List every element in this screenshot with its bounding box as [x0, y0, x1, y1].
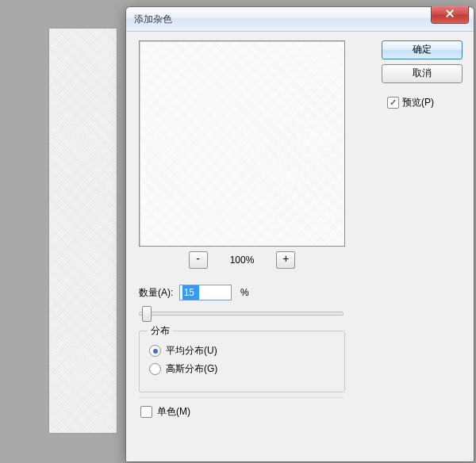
cancel-button[interactable]: 取消	[382, 64, 463, 83]
amount-slider[interactable]	[139, 305, 344, 320]
radio-uniform[interactable]	[149, 345, 161, 357]
preview-checkbox[interactable]	[387, 97, 399, 109]
radio-gaussian[interactable]	[149, 363, 161, 375]
radio-uniform-label: 平均分布(U)	[166, 344, 217, 358]
distribution-option-uniform[interactable]: 平均分布(U)	[149, 344, 344, 358]
dialog-body: - 100% + 确定 取消 预览(P) 数量(A): 15 % 分布	[126, 31, 474, 461]
slider-track	[139, 312, 344, 316]
distribution-legend: 分布	[148, 324, 173, 338]
zoom-value: 100%	[210, 254, 274, 266]
canvas-document	[49, 29, 117, 433]
zoom-out-button[interactable]: -	[189, 251, 208, 269]
titlebar[interactable]: 添加杂色	[126, 7, 474, 32]
distribution-fieldset: 分布 平均分布(U) 高斯分布(G)	[139, 331, 345, 392]
monochrome-row[interactable]: 单色(M)	[140, 405, 190, 419]
dialog-title: 添加杂色	[134, 13, 172, 26]
monochrome-label: 单色(M)	[157, 405, 190, 419]
monochrome-checkbox[interactable]	[140, 406, 152, 418]
close-button[interactable]	[431, 6, 469, 24]
close-icon	[446, 10, 454, 17]
zoom-in-button[interactable]: +	[276, 251, 295, 269]
ok-button[interactable]: 确定	[382, 40, 463, 59]
zoom-controls: - 100% +	[139, 251, 345, 270]
amount-value: 15	[182, 285, 199, 300]
preview-checkbox-label: 预览(P)	[402, 96, 434, 109]
preview-checkbox-row[interactable]: 预览(P)	[387, 96, 434, 109]
amount-label: 数量(A):	[139, 286, 173, 300]
amount-row: 数量(A): 15 %	[139, 285, 345, 300]
distribution-option-gaussian[interactable]: 高斯分布(G)	[149, 362, 344, 376]
amount-input[interactable]: 15	[179, 285, 232, 300]
divider	[139, 397, 344, 398]
radio-gaussian-label: 高斯分布(G)	[166, 362, 217, 376]
preview-image	[140, 41, 344, 246]
slider-thumb[interactable]	[142, 306, 152, 322]
amount-unit: %	[240, 287, 249, 298]
preview-panel[interactable]	[139, 40, 345, 247]
add-noise-dialog: 添加杂色 - 100% + 确定 取消 预览(P) 数量(A): 15 %	[125, 6, 474, 462]
app-background	[0, 0, 125, 463]
